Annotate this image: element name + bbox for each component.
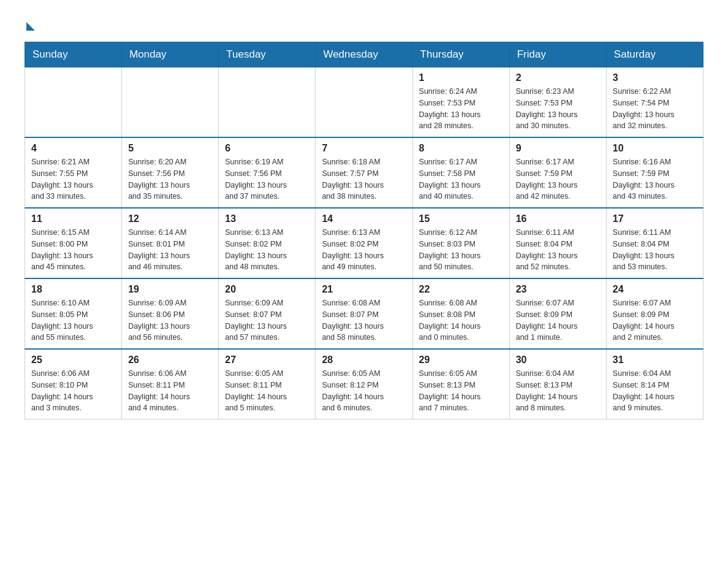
calendar-cell: 19Sunrise: 6:09 AMSunset: 8:06 PMDayligh…: [122, 278, 219, 349]
calendar-cell: 9Sunrise: 6:17 AMSunset: 7:59 PMDaylight…: [509, 137, 606, 208]
day-number: 8: [419, 143, 503, 154]
day-info: Sunrise: 6:20 AMSunset: 7:56 PMDaylight:…: [128, 156, 212, 202]
day-info: Sunrise: 6:15 AMSunset: 8:00 PMDaylight:…: [31, 227, 115, 273]
calendar-cell: 18Sunrise: 6:10 AMSunset: 8:05 PMDayligh…: [25, 278, 122, 349]
calendar-cell: 6Sunrise: 6:19 AMSunset: 7:56 PMDaylight…: [219, 137, 316, 208]
calendar-cell: 16Sunrise: 6:11 AMSunset: 8:04 PMDayligh…: [509, 208, 606, 278]
calendar-cell: 11Sunrise: 6:15 AMSunset: 8:00 PMDayligh…: [25, 208, 122, 278]
day-info: Sunrise: 6:21 AMSunset: 7:55 PMDaylight:…: [31, 156, 115, 202]
day-number: 21: [322, 284, 406, 295]
day-info: Sunrise: 6:08 AMSunset: 8:07 PMDaylight:…: [322, 297, 406, 343]
day-number: 17: [613, 213, 697, 224]
day-number: 9: [516, 143, 600, 154]
calendar-cell: [25, 67, 122, 138]
weekday-header-friday: Friday: [509, 42, 606, 67]
day-number: 16: [516, 213, 600, 224]
day-info: Sunrise: 6:17 AMSunset: 7:59 PMDaylight:…: [516, 156, 600, 202]
day-info: Sunrise: 6:07 AMSunset: 8:09 PMDaylight:…: [516, 297, 600, 343]
calendar-cell: 10Sunrise: 6:16 AMSunset: 7:59 PMDayligh…: [606, 137, 703, 208]
day-number: 20: [225, 284, 309, 295]
day-number: 11: [31, 213, 115, 224]
calendar-table: SundayMondayTuesdayWednesdayThursdayFrid…: [25, 42, 703, 419]
day-number: 25: [31, 354, 115, 366]
weekday-header-saturday: Saturday: [606, 42, 703, 67]
calendar-cell: [219, 67, 316, 138]
day-info: Sunrise: 6:14 AMSunset: 8:01 PMDaylight:…: [128, 227, 212, 273]
day-number: 28: [322, 354, 406, 366]
day-number: 27: [225, 354, 309, 366]
day-number: 1: [419, 72, 503, 83]
week-row-2: 4Sunrise: 6:21 AMSunset: 7:55 PMDaylight…: [25, 137, 703, 208]
day-number: 24: [613, 284, 697, 295]
day-info: Sunrise: 6:18 AMSunset: 7:57 PMDaylight:…: [322, 156, 406, 202]
calendar-cell: 20Sunrise: 6:09 AMSunset: 8:07 PMDayligh…: [219, 278, 316, 349]
calendar-cell: 17Sunrise: 6:11 AMSunset: 8:04 PMDayligh…: [606, 208, 703, 278]
day-number: 30: [516, 354, 600, 366]
day-number: 29: [419, 354, 503, 366]
day-info: Sunrise: 6:24 AMSunset: 7:53 PMDaylight:…: [419, 86, 503, 132]
day-number: 4: [31, 143, 115, 154]
calendar-cell: 2Sunrise: 6:23 AMSunset: 7:53 PMDaylight…: [509, 67, 606, 138]
week-row-4: 18Sunrise: 6:10 AMSunset: 8:05 PMDayligh…: [25, 278, 703, 349]
calendar-cell: 3Sunrise: 6:22 AMSunset: 7:54 PMDaylight…: [606, 67, 703, 138]
day-info: Sunrise: 6:16 AMSunset: 7:59 PMDaylight:…: [613, 156, 697, 202]
calendar-cell: 5Sunrise: 6:20 AMSunset: 7:56 PMDaylight…: [122, 137, 219, 208]
day-number: 12: [128, 213, 212, 224]
day-info: Sunrise: 6:05 AMSunset: 8:11 PMDaylight:…: [225, 368, 309, 414]
calendar-cell: 1Sunrise: 6:24 AMSunset: 7:53 PMDaylight…: [412, 67, 509, 138]
day-info: Sunrise: 6:10 AMSunset: 8:05 PMDaylight:…: [31, 297, 115, 343]
day-info: Sunrise: 6:06 AMSunset: 8:11 PMDaylight:…: [128, 368, 212, 414]
calendar-cell: 28Sunrise: 6:05 AMSunset: 8:12 PMDayligh…: [316, 349, 412, 419]
weekday-header-monday: Monday: [122, 42, 219, 67]
weekday-header-wednesday: Wednesday: [316, 42, 412, 67]
logo: [25, 18, 36, 31]
calendar-cell: 14Sunrise: 6:13 AMSunset: 8:02 PMDayligh…: [316, 208, 412, 278]
week-row-5: 25Sunrise: 6:06 AMSunset: 8:10 PMDayligh…: [25, 349, 703, 419]
day-info: Sunrise: 6:04 AMSunset: 8:14 PMDaylight:…: [613, 368, 697, 414]
day-info: Sunrise: 6:06 AMSunset: 8:10 PMDaylight:…: [31, 368, 115, 414]
day-number: 3: [613, 72, 697, 83]
day-info: Sunrise: 6:13 AMSunset: 8:02 PMDaylight:…: [322, 227, 406, 273]
day-info: Sunrise: 6:08 AMSunset: 8:08 PMDaylight:…: [419, 297, 503, 343]
calendar-cell: 26Sunrise: 6:06 AMSunset: 8:11 PMDayligh…: [122, 349, 219, 419]
day-info: Sunrise: 6:13 AMSunset: 8:02 PMDaylight:…: [225, 227, 309, 273]
weekday-header-thursday: Thursday: [412, 42, 509, 67]
calendar-cell: 23Sunrise: 6:07 AMSunset: 8:09 PMDayligh…: [509, 278, 606, 349]
calendar-cell: 30Sunrise: 6:04 AMSunset: 8:13 PMDayligh…: [509, 349, 606, 419]
day-number: 22: [419, 284, 503, 295]
day-info: Sunrise: 6:09 AMSunset: 8:06 PMDaylight:…: [128, 297, 212, 343]
calendar-cell: 27Sunrise: 6:05 AMSunset: 8:11 PMDayligh…: [219, 349, 316, 419]
week-row-3: 11Sunrise: 6:15 AMSunset: 8:00 PMDayligh…: [25, 208, 703, 278]
calendar-cell: [316, 67, 412, 138]
day-info: Sunrise: 6:11 AMSunset: 8:04 PMDaylight:…: [613, 227, 697, 273]
calendar-cell: 24Sunrise: 6:07 AMSunset: 8:09 PMDayligh…: [606, 278, 703, 349]
day-info: Sunrise: 6:04 AMSunset: 8:13 PMDaylight:…: [516, 368, 600, 414]
day-info: Sunrise: 6:22 AMSunset: 7:54 PMDaylight:…: [613, 86, 697, 132]
day-info: Sunrise: 6:05 AMSunset: 8:13 PMDaylight:…: [419, 368, 503, 414]
calendar-cell: 29Sunrise: 6:05 AMSunset: 8:13 PMDayligh…: [412, 349, 509, 419]
logo-triangle-icon: [26, 22, 35, 31]
day-number: 26: [128, 354, 212, 366]
day-info: Sunrise: 6:07 AMSunset: 8:09 PMDaylight:…: [613, 297, 697, 343]
day-number: 23: [516, 284, 600, 295]
calendar-cell: 21Sunrise: 6:08 AMSunset: 8:07 PMDayligh…: [316, 278, 412, 349]
calendar-cell: 31Sunrise: 6:04 AMSunset: 8:14 PMDayligh…: [606, 349, 703, 419]
calendar-cell: [122, 67, 219, 138]
day-number: 14: [322, 213, 406, 224]
calendar-cell: 13Sunrise: 6:13 AMSunset: 8:02 PMDayligh…: [219, 208, 316, 278]
day-number: 19: [128, 284, 212, 295]
calendar-cell: 4Sunrise: 6:21 AMSunset: 7:55 PMDaylight…: [25, 137, 122, 208]
day-number: 31: [613, 354, 697, 366]
day-number: 5: [128, 143, 212, 154]
calendar-cell: 8Sunrise: 6:17 AMSunset: 7:58 PMDaylight…: [412, 137, 509, 208]
day-number: 13: [225, 213, 309, 224]
day-info: Sunrise: 6:19 AMSunset: 7:56 PMDaylight:…: [225, 156, 309, 202]
weekday-header-sunday: Sunday: [25, 42, 122, 67]
day-info: Sunrise: 6:09 AMSunset: 8:07 PMDaylight:…: [225, 297, 309, 343]
day-info: Sunrise: 6:17 AMSunset: 7:58 PMDaylight:…: [419, 156, 503, 202]
day-number: 18: [31, 284, 115, 295]
day-number: 7: [322, 143, 406, 154]
day-info: Sunrise: 6:12 AMSunset: 8:03 PMDaylight:…: [419, 227, 503, 273]
day-info: Sunrise: 6:05 AMSunset: 8:12 PMDaylight:…: [322, 368, 406, 414]
day-number: 10: [613, 143, 697, 154]
